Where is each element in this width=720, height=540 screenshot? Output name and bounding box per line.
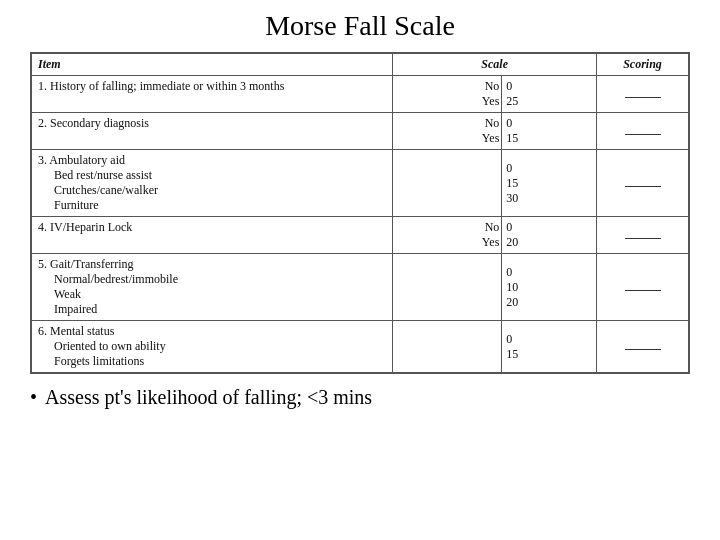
scale-value: 0: [506, 79, 590, 94]
table-row: 2. Secondary diagnosisNoYes015: [32, 113, 689, 150]
scale-value: 30: [506, 191, 590, 206]
footer-text: Assess pt's likelihood of falling; <3 mi…: [45, 386, 372, 409]
scale-label: Yes: [399, 131, 499, 146]
scale-value-cell: 01530: [502, 150, 597, 217]
scale-value: 10: [506, 280, 590, 295]
item-main: 6. Mental status: [38, 324, 114, 338]
scale-label: Yes: [399, 94, 499, 109]
item-sub: Furniture: [38, 198, 99, 212]
scale-value: 0: [506, 332, 590, 347]
score-line: [625, 134, 661, 135]
scale-value-cell: 015: [502, 113, 597, 150]
scale-value: 20: [506, 235, 590, 250]
item-cell: 6. Mental statusOriented to own abilityF…: [32, 321, 393, 373]
item-sub: Normal/bedrest/immobile: [38, 272, 178, 286]
scale-label: No: [399, 79, 499, 94]
scale-value: 25: [506, 94, 590, 109]
score-line: [625, 349, 661, 350]
item-cell: 1. History of falling; immediate or with…: [32, 76, 393, 113]
scale-label-cell: [393, 321, 502, 373]
scale-value-cell: 020: [502, 217, 597, 254]
header-item: Item: [32, 54, 393, 76]
item-sub: Impaired: [38, 302, 97, 316]
scale-value: 15: [506, 176, 590, 191]
table-row: 5. Gait/TransferringNormal/bedrest/immob…: [32, 254, 689, 321]
header-scale: Scale: [393, 54, 597, 76]
page-title: Morse Fall Scale: [265, 10, 455, 42]
scale-label: Yes: [399, 235, 499, 250]
scale-value-cell: 015: [502, 321, 597, 373]
item-sub: Oriented to own ability: [38, 339, 166, 353]
item-main: 3. Ambulatory aid: [38, 153, 125, 167]
scoring-cell: [597, 217, 689, 254]
item-sub: Weak: [38, 287, 81, 301]
scoring-cell: [597, 254, 689, 321]
scale-label-cell: NoYes: [393, 76, 502, 113]
scale-value-cell: 01020: [502, 254, 597, 321]
score-line: [625, 186, 661, 187]
morse-scale-table: Item Scale Scoring 1. History of falling…: [30, 52, 690, 374]
score-line: [625, 238, 661, 239]
item-cell: 5. Gait/TransferringNormal/bedrest/immob…: [32, 254, 393, 321]
scoring-cell: [597, 150, 689, 217]
scale-label-cell: NoYes: [393, 113, 502, 150]
score-line: [625, 290, 661, 291]
header-scoring: Scoring: [597, 54, 689, 76]
scale-value: 0: [506, 161, 590, 176]
scale-value: 20: [506, 295, 590, 310]
scoring-cell: [597, 321, 689, 373]
item-sub: Bed rest/nurse assist: [38, 168, 152, 182]
item-main: 2. Secondary diagnosis: [38, 116, 149, 130]
scoring-cell: [597, 113, 689, 150]
scale-value: 0: [506, 265, 590, 280]
scale-label: No: [399, 116, 499, 131]
footer-section: • Assess pt's likelihood of falling; <3 …: [30, 386, 690, 409]
table-row: 1. History of falling; immediate or with…: [32, 76, 689, 113]
item-cell: 3. Ambulatory aidBed rest/nurse assistCr…: [32, 150, 393, 217]
table-row: 4. IV/Heparin LockNoYes020: [32, 217, 689, 254]
bullet-icon: •: [30, 386, 37, 409]
item-sub: Crutches/cane/walker: [38, 183, 158, 197]
scale-value: 0: [506, 116, 590, 131]
table-row: 3. Ambulatory aidBed rest/nurse assistCr…: [32, 150, 689, 217]
table-row: 6. Mental statusOriented to own abilityF…: [32, 321, 689, 373]
scale-value: 15: [506, 347, 590, 362]
scale-value: 15: [506, 131, 590, 146]
scale-label-cell: [393, 254, 502, 321]
item-main: 5. Gait/Transferring: [38, 257, 134, 271]
item-cell: 2. Secondary diagnosis: [32, 113, 393, 150]
scale-label-cell: [393, 150, 502, 217]
item-main: 4. IV/Heparin Lock: [38, 220, 132, 234]
item-sub: Forgets limitations: [38, 354, 144, 368]
item-cell: 4. IV/Heparin Lock: [32, 217, 393, 254]
item-main: 1. History of falling; immediate or with…: [38, 79, 284, 93]
scoring-cell: [597, 76, 689, 113]
scale-label-cell: NoYes: [393, 217, 502, 254]
score-line: [625, 97, 661, 98]
scale-value: 0: [506, 220, 590, 235]
scale-value-cell: 025: [502, 76, 597, 113]
scale-label: No: [399, 220, 499, 235]
